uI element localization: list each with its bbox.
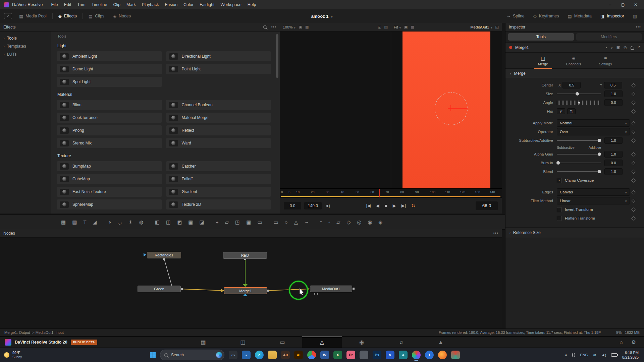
color-corrector-tool-icon[interactable]: ◑ bbox=[108, 220, 111, 225]
effect-item[interactable]: Gradient bbox=[166, 187, 271, 197]
edges-dropdown[interactable]: Canvas bbox=[557, 188, 630, 196]
flip-horizontal-button[interactable]: ⇄ bbox=[557, 108, 565, 114]
rectangle-mask-tool-icon[interactable]: ▭ bbox=[274, 220, 278, 225]
keyframe-diamond-icon[interactable] bbox=[631, 152, 636, 157]
lock-icon[interactable] bbox=[631, 47, 634, 50]
keyframe-diamond-icon[interactable] bbox=[631, 190, 636, 194]
v-app-icon[interactable]: V bbox=[386, 351, 394, 359]
blur-tool-icon[interactable]: ◍ bbox=[139, 220, 144, 225]
audio-mute-icon[interactable]: ◄) bbox=[325, 203, 330, 208]
blend-slider[interactable] bbox=[557, 169, 601, 174]
alpha-gain-slider[interactable] bbox=[557, 152, 601, 157]
transform-tool-icon[interactable]: + bbox=[216, 220, 219, 225]
blend-field[interactable]: 1.0 bbox=[604, 168, 623, 175]
color-keyer-tool-icon[interactable]: ◪ bbox=[200, 220, 204, 225]
taskbar-search[interactable]: Search bbox=[160, 350, 224, 360]
flip-vertical-button[interactable]: ⇅ bbox=[567, 108, 576, 114]
last-frame-button[interactable]: ▶| bbox=[401, 203, 406, 208]
stop-button[interactable]: ■ bbox=[385, 203, 387, 208]
deliver-page-button[interactable]: ▲ bbox=[421, 337, 461, 348]
subtractive-additive-slider[interactable] bbox=[557, 138, 601, 143]
apply-mode-dropdown[interactable]: Normal bbox=[557, 119, 630, 127]
keyframe-diamond-icon[interactable] bbox=[631, 83, 636, 87]
node-color-dot[interactable] bbox=[509, 46, 512, 49]
nodes-options-menu[interactable]: ••• bbox=[493, 231, 498, 236]
letterbox-tool-icon[interactable]: ▭ bbox=[257, 220, 262, 225]
subtractive-additive-field[interactable]: 1.0 bbox=[604, 137, 623, 144]
crop-tool-icon[interactable]: ▣ bbox=[246, 220, 251, 225]
metadata-button[interactable]: ▤ Metadata bbox=[564, 9, 596, 23]
particle-emitter-tool-icon[interactable]: * bbox=[320, 220, 322, 225]
alpha-gain-field[interactable]: 1.0 bbox=[604, 151, 623, 158]
menu-item[interactable]: Workspace bbox=[217, 0, 244, 9]
burn-in-field[interactable]: 0.0 bbox=[604, 160, 623, 166]
node-graph[interactable]: Rectangle1 RED Green Merge1 MediaOut1 bbox=[0, 238, 502, 328]
padlock-app-icon[interactable] bbox=[360, 351, 368, 359]
invert-transform-checkbox[interactable] bbox=[557, 207, 562, 212]
davinci-resolve-taskbar-icon[interactable] bbox=[412, 351, 421, 359]
photoshop-app-icon[interactable]: Ps bbox=[373, 351, 381, 359]
clip-name-dropdown[interactable]: amooz 1 bbox=[311, 14, 333, 19]
edit-page-button[interactable]: ▭ bbox=[263, 337, 302, 348]
tree-item-luts[interactable]: › LUTs bbox=[0, 50, 51, 58]
expand-viewer-icon[interactable]: ◱ bbox=[495, 25, 499, 29]
misc-app-icon[interactable] bbox=[451, 351, 460, 359]
timeline-ruler[interactable]: 05102030405060708090100110120130140 bbox=[280, 188, 502, 197]
chrome-browser-icon[interactable] bbox=[307, 351, 316, 359]
range-in-field[interactable]: 0.0 bbox=[284, 202, 301, 209]
media-page-button[interactable]: ▦ bbox=[183, 337, 223, 348]
merge-tool-icon[interactable]: ◧ bbox=[155, 220, 160, 225]
subtab-settings[interactable]: ≡ Settings bbox=[595, 55, 616, 68]
menu-item[interactable]: Mark bbox=[123, 0, 139, 9]
color-page-button[interactable]: ◉ bbox=[342, 337, 381, 348]
pc-monitor-app-icon[interactable]: ▭ bbox=[229, 351, 237, 359]
premiere-app-icon[interactable]: Pr bbox=[346, 351, 355, 359]
camera-app-icon[interactable]: ● bbox=[242, 351, 251, 359]
bspline-mask-tool-icon[interactable]: ∼ bbox=[304, 220, 309, 225]
effect-item[interactable]: Reflect bbox=[166, 125, 271, 135]
tab-modifiers[interactable]: Modifiers bbox=[576, 33, 642, 41]
playhead[interactable] bbox=[379, 189, 380, 197]
play-reverse-button[interactable]: ◀ bbox=[376, 203, 379, 208]
search-icon[interactable] bbox=[263, 25, 267, 29]
keyframe-diamond-icon[interactable] bbox=[631, 161, 636, 165]
node-green[interactable]: Green bbox=[138, 286, 181, 292]
keyframe-diamond-icon[interactable] bbox=[631, 121, 636, 125]
first-frame-button[interactable]: |◀ bbox=[366, 203, 370, 208]
left-viewer[interactable] bbox=[280, 32, 391, 188]
menu-item[interactable]: Playback bbox=[139, 0, 162, 9]
effects-button[interactable]: ◆ Effects bbox=[54, 9, 81, 23]
size-field[interactable]: 1.0 bbox=[604, 90, 623, 97]
subtab-channels[interactable]: ⊞ Channels bbox=[562, 55, 585, 68]
menu-item[interactable]: Clip bbox=[110, 0, 124, 9]
edge-browser-icon[interactable]: e bbox=[255, 351, 264, 359]
effect-item[interactable]: Channel Boolean bbox=[166, 100, 271, 110]
file-explorer-icon[interactable] bbox=[268, 351, 277, 359]
tree-item-templates[interactable]: › Templates bbox=[0, 42, 51, 50]
teal-app-icon[interactable]: ◆ bbox=[399, 351, 408, 359]
spline-button[interactable]: ∼ Spline bbox=[502, 9, 529, 23]
maximize-button[interactable]: ▢ bbox=[616, 0, 629, 9]
effects-scrollbar[interactable] bbox=[276, 34, 278, 78]
taskbar-clock[interactable]: 6:18 PM 8/21/2025 bbox=[622, 350, 639, 360]
language-indicator[interactable]: ENG bbox=[580, 353, 588, 357]
operator-dropdown[interactable]: Over bbox=[557, 128, 630, 135]
current-frame-field[interactable]: 66.0 bbox=[476, 201, 498, 210]
reference-size-section-header[interactable]: › Reference Size bbox=[505, 227, 644, 238]
viewer-options-icon[interactable]: ▤ bbox=[384, 25, 388, 29]
clips-button[interactable]: ▤ Clips bbox=[84, 9, 109, 23]
keyframe-diamond-icon[interactable] bbox=[631, 130, 636, 134]
angle-control-overlay[interactable] bbox=[435, 92, 468, 125]
fastnoise-tool-icon[interactable]: ▩ bbox=[72, 220, 77, 225]
center-x-field[interactable]: 0.5 bbox=[562, 82, 581, 88]
flatten-transform-checkbox[interactable] bbox=[557, 216, 562, 221]
menu-item[interactable]: Fairlight bbox=[197, 0, 217, 9]
info-app-icon[interactable]: i bbox=[425, 351, 434, 359]
loop-button[interactable]: ↻ bbox=[411, 203, 416, 209]
start-button[interactable] bbox=[150, 352, 156, 358]
project-settings-button[interactable]: ⚙ bbox=[632, 339, 636, 345]
keyframe-diamond-icon[interactable] bbox=[631, 92, 636, 96]
range-out-field[interactable]: 149.0 bbox=[304, 202, 322, 209]
image-plane-3d-tool-icon[interactable]: ▱ bbox=[336, 220, 340, 225]
effect-item[interactable]: Fast Noise Texture bbox=[57, 187, 162, 197]
